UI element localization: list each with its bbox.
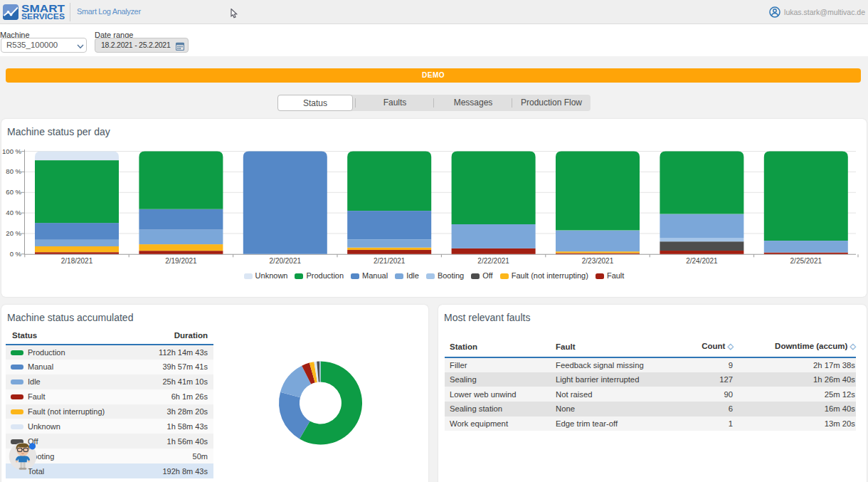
svg-text:2/19/2021: 2/19/2021: [165, 257, 197, 265]
svg-text:80 %: 80 %: [6, 167, 21, 175]
svg-text:60 %: 60 %: [6, 188, 21, 196]
svg-text:2/23/2021: 2/23/2021: [582, 257, 614, 265]
svg-text:SERVICES: SERVICES: [21, 12, 65, 20]
svg-text:0 %: 0 %: [10, 250, 22, 258]
svg-text:2/24/2021: 2/24/2021: [686, 257, 718, 265]
svg-text:2/22/2021: 2/22/2021: [477, 257, 509, 265]
svg-text:2/18/2021: 2/18/2021: [61, 257, 93, 265]
svg-text:40 %: 40 %: [6, 209, 21, 216]
svg-text:100 %: 100 %: [2, 147, 21, 155]
svg-text:2/21/2021: 2/21/2021: [374, 257, 406, 265]
svg-text:2/20/2021: 2/20/2021: [270, 257, 302, 265]
svg-text:2/25/2021: 2/25/2021: [790, 257, 822, 265]
svg-text:20 %: 20 %: [6, 229, 21, 237]
